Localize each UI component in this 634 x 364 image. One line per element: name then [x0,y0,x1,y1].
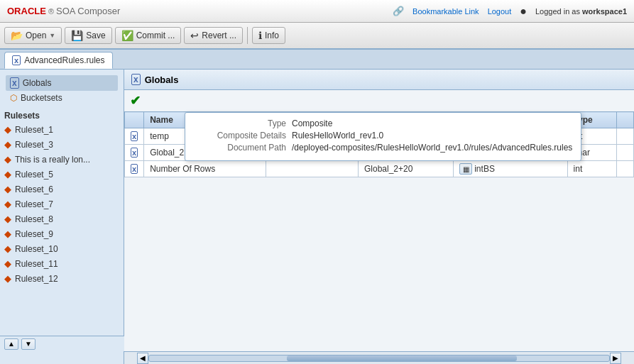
tab-label: AdvancedRules.rules [24,55,104,65]
info-icon: ℹ [258,30,262,41]
tab-rules-icon: x [12,55,21,65]
sidebar-item-ruleset[interactable]: ◆Ruleset_11 [0,256,124,271]
row-icon-cell: x [125,161,144,177]
ruleset-icon: ◆ [4,243,11,254]
globals-header: x Globals [124,70,634,90]
revert-button[interactable]: ↩ Revert ... [184,27,243,44]
toolbar-divider [247,27,248,44]
ruleset-icon: ◆ [4,214,11,224]
sidebar-bucketsets-label: Bucketsets [21,93,62,103]
horizontal-scrollbar[interactable]: ◀ ▶ [124,351,634,364]
nav-up-button[interactable]: ▲ [4,338,18,350]
info-popup: Type Composite Composite Details RulesHe… [185,112,581,161]
sidebar: x Globals ⬡ Bucketsets Rulesets ◆Ruleset… [0,70,124,364]
sidebar-item-ruleset[interactable]: ◆Ruleset_1 [0,122,124,137]
info-composite-label: Composite Details [194,131,286,140]
add-global-button[interactable]: ✔ [130,93,141,109]
info-type-row: Type Composite [194,118,572,128]
scroll-left-button[interactable]: ◀ [137,353,148,364]
sidebar-globals-section: x Globals ⬡ Bucketsets [0,72,124,108]
sidebar-item-ruleset[interactable]: ◆Ruleset_5 [0,167,124,182]
ruleset-icon: ◆ [4,169,11,180]
sidebar-item-ruleset[interactable]: ◆Ruleset_10 [0,241,124,256]
bucketset-button[interactable]: ▦ [459,163,472,175]
sidebar-item-ruleset[interactable]: ◆Ruleset_3 [0,137,124,152]
topbar: ORACLE ® SOA Composer 🔗 Bookmarkable Lin… [0,0,634,23]
commit-button[interactable]: ✅ Commit ... [115,27,182,44]
revert-icon: ↩ [190,30,199,41]
bookmarkable-link[interactable]: Bookmarkable Link [412,7,479,16]
sidebar-item-ruleset[interactable]: ◆Ruleset_7 [0,197,124,211]
col-actions [617,112,634,128]
bookmark-icon: 🔗 [393,6,404,16]
ruleset-icon: ◆ [4,154,11,165]
oracle-divider-icon: ® [48,7,54,16]
row-x-icon: x [131,148,138,158]
row-value-cell[interactable]: Global_2+20 [358,161,453,177]
open-icon: 📂 [11,30,23,41]
row-icon-cell: x [125,128,144,145]
ruleset-icon: ◆ [4,258,11,269]
nav-down-button[interactable]: ▼ [21,338,35,350]
scrollbar-thumb[interactable] [287,355,517,361]
sidebar-item-ruleset[interactable]: ◆Ruleset_6 [0,182,124,197]
save-icon: 💾 [71,30,83,41]
sidebar-globals-label: Globals [23,78,52,88]
commit-icon: ✅ [121,30,133,41]
tab-advanced-rules[interactable]: x AdvancedRules.rules [4,52,113,69]
sidebar-item-ruleset[interactable]: ◆Ruleset_12 [0,271,124,286]
logout-link[interactable]: Logout [488,7,512,16]
tabbar: x AdvancedRules.rules [0,50,634,70]
info-composite-value: RulesHelloWorld_rev1.0 [292,131,383,140]
row-type-cell: int [567,161,616,177]
logged-in-text: Logged in as workspace1 [535,7,627,16]
topbar-right: 🔗 Bookmarkable Link Logout ● Logged in a… [393,5,627,18]
save-button[interactable]: 💾 Save [65,27,111,44]
rulesets-title: Rulesets [0,108,124,122]
info-type-label: Type [194,118,286,128]
info-type-value: Composite [292,118,332,128]
bucketsets-icon: ⬡ [10,93,17,103]
oracle-logo: ORACLE ® SOA Composer [7,6,120,16]
globals-header-icon: x [131,74,141,85]
scrollbar-track[interactable] [148,355,610,362]
row-name-cell[interactable]: Number Of Rows [144,161,266,177]
table-row: x Number Of Rows Global_2+20 ▦ intBS int [125,161,634,177]
globals-icon: x [10,77,19,89]
sidebar-item-ruleset[interactable]: ◆Ruleset_9 [0,226,124,241]
scroll-right-button[interactable]: ▶ [610,353,621,364]
info-docpath-value: /deployed-composites/RulesHelloWorld_rev… [292,143,572,153]
sidebar-item-ruleset[interactable]: ◆Ruleset_8 [0,211,124,226]
row-description-cell[interactable] [266,161,358,177]
open-dropdown-icon: ▼ [49,32,55,39]
sidebar-rulesets: ◆Ruleset_1◆Ruleset_3◆This is a really lo… [0,122,124,286]
row-x-icon: x [131,131,138,141]
ruleset-icon: ◆ [4,228,11,239]
content-toolbar: ✔ [124,90,634,111]
topbar-left: ORACLE ® SOA Composer [7,6,120,16]
toolbar: 📂 Open ▼ 💾 Save ✅ Commit ... ↩ Revert ..… [0,23,634,50]
info-docpath-row: Document Path /deployed-composites/Rules… [194,143,572,153]
product-name: SOA Composer [56,6,120,16]
oracle-brand: ORACLE [7,6,46,16]
ruleset-icon: ◆ [4,139,11,150]
ruleset-icon: ◆ [4,124,11,135]
info-button[interactable]: ℹ Info [252,27,285,44]
row-icon-cell: x [125,145,144,161]
sidebar-item-ruleset[interactable]: ◆This is a really lon... [0,152,124,167]
row-x-icon: x [131,164,138,174]
circle-icon: ● [520,5,527,18]
sidebar-footer: ▲ ▼ [0,336,124,351]
info-composite-row: Composite Details RulesHelloWorld_rev1.0 [194,131,572,140]
open-button[interactable]: 📂 Open ▼ [4,27,62,44]
ruleset-icon: ◆ [4,273,11,284]
info-docpath-label: Document Path [194,143,286,153]
globals-panel-title: Globals [145,75,179,85]
col-icon [125,112,144,128]
sidebar-item-globals[interactable]: x Globals [6,75,118,91]
row-bucketset-cell: ▦ intBS [454,161,567,177]
ruleset-icon: ◆ [4,199,11,209]
ruleset-icon: ◆ [4,184,11,194]
main-content: x Globals ⬡ Bucketsets Rulesets ◆Ruleset… [0,70,634,364]
sidebar-item-bucketsets[interactable]: ⬡ Bucketsets [6,91,118,105]
